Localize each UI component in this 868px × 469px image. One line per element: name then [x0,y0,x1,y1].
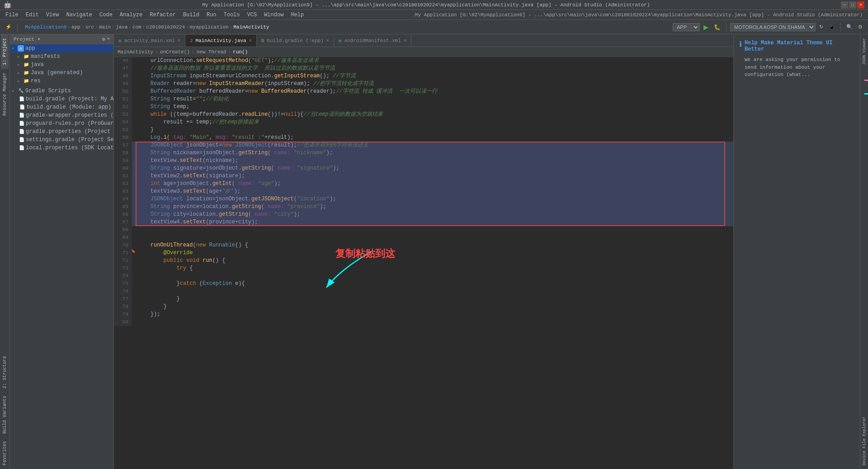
sync-project-button[interactable]: ↻ [817,23,825,31]
menu-file[interactable]: File [2,10,22,20]
line-content-77[interactable]: } [136,295,733,303]
line-content-56[interactable]: Log.i( tag: "Main", msg: "result :"+resu… [136,134,733,142]
menu-tools[interactable]: Tools [220,10,244,20]
breadcrumb-mainactivity[interactable]: MainActivity [233,24,269,30]
line-content-48[interactable]: InputStream inputStream=urlConnection.ge… [136,72,733,80]
line-content-65[interactable]: String province=location.getString( name… [136,203,733,211]
breadcrumb-myapp[interactable]: myapplication [190,24,229,30]
line-content-75[interactable]: }catch (Exception e){ [136,280,733,288]
breadcrumb-com[interactable]: com [132,24,142,30]
breadcrumb-main[interactable]: main [99,24,111,30]
line-content-70[interactable]: runOnUiThread(new Runnable() { [136,242,733,249]
device-file-explorer-tab[interactable]: Device File Explorer [861,413,868,469]
menu-refactor[interactable]: Refactor [146,10,179,20]
avd-button[interactable]: 📱 [827,23,837,31]
tab-mainactivity[interactable]: J MainActivity.java × [185,35,257,47]
breadcrumb-editor-run[interactable]: run() [233,49,248,55]
settings-button[interactable]: ⚙ [856,23,864,31]
line-content-51[interactable]: String result="";//初始化 [136,95,733,103]
build-variants-tab[interactable]: Build Variants [1,392,9,437]
menu-build[interactable]: Build [179,10,203,20]
structure-tab[interactable]: 2: Structure [1,352,9,392]
tab-close-2[interactable]: × [249,38,252,43]
line-content-62[interactable]: int age=jsonObject.getInt( name: "age"); [136,180,733,188]
tab-close-3[interactable]: × [326,38,329,43]
tab-activity-main[interactable]: ≋ activity_main.xml × [114,35,185,47]
project-tab[interactable]: 1: Project [1,34,9,69]
tree-item-build-gradle-project[interactable]: 📄 build.gradle (Project: My Ap... [10,95,113,103]
breadcrumb-editor-oncreate[interactable]: onCreate() [160,49,190,55]
line-content-79[interactable]: }); [136,311,733,318]
line-content-60[interactable]: String signature=jsonObject.getString( n… [136,165,733,172]
tree-item-gradle-scripts[interactable]: ▾ 🔧 Gradle Scripts [10,87,113,95]
tree-item-local-properties[interactable]: 📄 local.properties (SDK Locatic... [10,144,113,152]
line-content-61[interactable]: textView2.setText(signature); [136,172,733,180]
line-content-53[interactable]: while ((temp=bufferedReader.readLine())!… [136,111,733,118]
tree-item-java[interactable]: ▸ 📁 java [10,61,113,69]
debug-button[interactable]: 🐛 [712,23,722,31]
tree-item-gradle-wrapper[interactable]: 📄 gradle-wrapper.properties (... [10,111,113,119]
line-content-52[interactable]: String temp; [136,103,733,111]
line-content-64[interactable]: JSONObject location=jsonObject.getJSONOb… [136,195,733,203]
breadcrumb-src[interactable]: src [85,24,94,30]
tab-build-gradle[interactable]: G build.gradle (:app) × [257,35,334,47]
resource-manager-tab[interactable]: Resource Manager [1,69,9,119]
json-viewer-tab[interactable]: JSON Viewer [861,34,868,68]
menu-vcs[interactable]: VCS [244,10,261,20]
line-content-55[interactable]: } [136,126,733,134]
line-content-58[interactable]: String nickname=jsonObject.getString( na… [136,149,733,157]
menu-window[interactable]: Window [260,10,287,20]
line-content-49[interactable]: Reader reader=new InputStreamReader(inpu… [136,80,733,88]
menu-navigate[interactable]: Navigate [62,10,96,20]
tree-item-res[interactable]: ▸ 📁 res [10,77,113,85]
line-content-71[interactable]: @Override [136,249,733,257]
tree-item-proguard[interactable]: 📄 proguard-rules.pro (ProGuar... [10,119,113,128]
tree-item-gradle-properties[interactable]: 📄 gradle.properties (Project Pr... [10,128,113,136]
line-content-68[interactable] [136,226,733,234]
line-content-63[interactable]: textView3.setText(age+"岁"); [136,188,733,195]
run-config-select[interactable]: APP [673,23,700,31]
line-content-76[interactable] [136,288,733,295]
line-content-50[interactable]: BufferedReader bufferedReader=new Buffer… [136,88,733,95]
line-content-47[interactable]: //服务器返回的数据 所以要重置这段的文字 所以过后的数据默认是节节流 [136,65,733,72]
line-content-80[interactable] [136,318,733,326]
line-content-66[interactable]: String city=location.getString( name: "c… [136,211,733,218]
menu-run[interactable]: Run [203,10,220,20]
tree-item-build-gradle-app[interactable]: 📄 build.gradle (Module: app) [10,103,113,111]
line-content-54[interactable]: result += temp;//把temp拼接起来 [136,118,733,126]
breadcrumb-package[interactable]: c201801020224 [146,24,185,30]
tab-androidmanifest[interactable]: ≋ AndroidManifest.xml × [334,35,411,47]
line-content-74[interactable] [136,272,733,280]
line-content-72[interactable]: public void run() { [136,257,733,265]
sidebar-settings-icon[interactable]: ⚙ [102,36,105,42]
close-button[interactable]: ✕ [857,1,864,9]
line-content-73[interactable]: try { [136,265,733,272]
menu-view[interactable]: View [42,10,63,20]
tree-item-manifests[interactable]: ▸ 📁 manifests [10,52,113,61]
tree-item-app[interactable]: ▾ A app [10,44,113,52]
tab-close-4[interactable]: × [404,38,406,43]
minimize-button[interactable]: ─ [841,1,848,9]
line-content-69[interactable] [136,234,733,242]
breadcrumb-java[interactable]: java [116,24,127,30]
line-content-46[interactable]: urlConnection.setRequestMethod("GET");//… [136,57,733,65]
tree-item-java-generated[interactable]: ▸ 📁 Java (generated) [10,69,113,77]
maximize-button[interactable]: □ [849,1,856,9]
breadcrumb-myapp9[interactable]: MyApplication9 [25,24,66,30]
line-content-59[interactable]: textView.setText(nickname); [136,157,733,165]
tab-close-1[interactable]: × [178,38,180,43]
sidebar-close-icon[interactable]: × [107,36,110,42]
favorites-tab[interactable]: Favorites [1,437,9,469]
breadcrumb-editor-newthread[interactable]: new Thread [196,49,226,55]
device-select[interactable]: MOTOROLA AOSP ON SHAMA [730,23,816,31]
code-editor[interactable]: 46 urlConnection.setRequestMethod("GET")… [114,57,733,469]
tree-item-settings-gradle[interactable]: 📄 settings.gradle (Project Setti... [10,136,113,144]
search-everywhere-button[interactable]: 🔍 [844,23,854,31]
menu-code[interactable]: Code [96,10,116,20]
menu-edit[interactable]: Edit [22,10,42,20]
line-content-78[interactable]: } [136,303,733,311]
breadcrumb-editor-mainactivity[interactable]: MainActivity [118,49,153,55]
menu-analyze[interactable]: Analyze [116,10,146,20]
line-content-67[interactable]: textView4.setText(province+city); [136,218,733,226]
line-content-57[interactable]: JSONObject jsonObject=new JSONObject(res… [136,142,733,149]
